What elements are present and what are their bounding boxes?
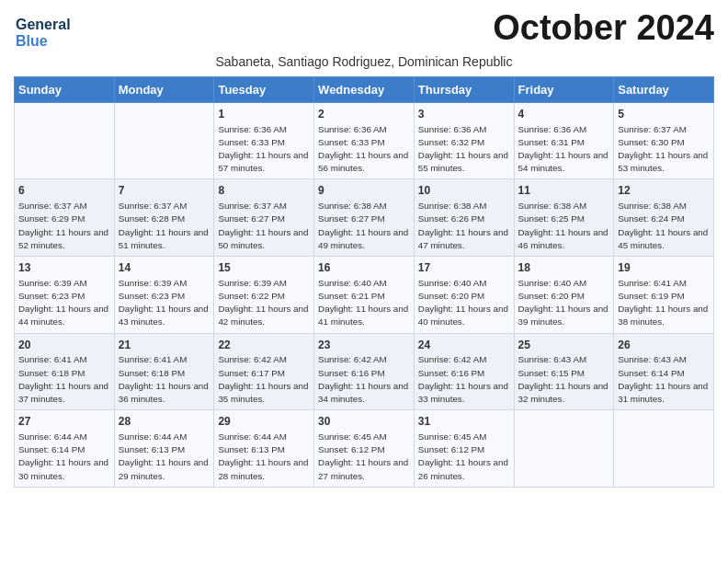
calendar-cell: 4Sunrise: 6:36 AM Sunset: 6:31 PM Daylig… xyxy=(514,102,614,179)
day-number: 9 xyxy=(318,183,410,199)
calendar-cell: 22Sunrise: 6:42 AM Sunset: 6:17 PM Dayli… xyxy=(214,333,314,410)
day-number: 28 xyxy=(119,414,210,430)
day-info: Sunrise: 6:37 AM Sunset: 6:27 PM Dayligh… xyxy=(218,200,310,252)
calendar-cell: 31Sunrise: 6:45 AM Sunset: 6:12 PM Dayli… xyxy=(414,410,514,488)
day-info: Sunrise: 6:41 AM Sunset: 6:19 PM Dayligh… xyxy=(618,277,710,329)
day-info: Sunrise: 6:42 AM Sunset: 6:16 PM Dayligh… xyxy=(418,353,510,406)
calendar-cell: 3Sunrise: 6:36 AM Sunset: 6:32 PM Daylig… xyxy=(414,102,514,179)
day-number: 29 xyxy=(218,414,310,430)
calendar-week-5: 27Sunrise: 6:44 AM Sunset: 6:14 PM Dayli… xyxy=(15,410,714,488)
calendar-cell: 1Sunrise: 6:36 AM Sunset: 6:33 PM Daylig… xyxy=(214,102,314,179)
calendar-cell: 29Sunrise: 6:44 AM Sunset: 6:13 PM Dayli… xyxy=(214,410,314,488)
day-number: 1 xyxy=(218,107,310,122)
day-info: Sunrise: 6:36 AM Sunset: 6:32 PM Dayligh… xyxy=(418,123,510,176)
day-number: 13 xyxy=(18,260,110,276)
title-section: October 2024 xyxy=(493,9,714,48)
day-number: 19 xyxy=(618,260,710,276)
day-info: Sunrise: 6:41 AM Sunset: 6:18 PM Dayligh… xyxy=(119,353,210,406)
day-number: 2 xyxy=(318,107,410,122)
calendar-cell: 20Sunrise: 6:41 AM Sunset: 6:18 PM Dayli… xyxy=(15,333,115,410)
calendar-week-1: 1Sunrise: 6:36 AM Sunset: 6:33 PM Daylig… xyxy=(15,102,714,179)
calendar-cell: 2Sunrise: 6:36 AM Sunset: 6:33 PM Daylig… xyxy=(314,102,415,179)
day-info: Sunrise: 6:37 AM Sunset: 6:28 PM Dayligh… xyxy=(119,200,210,252)
calendar-week-3: 13Sunrise: 6:39 AM Sunset: 6:23 PM Dayli… xyxy=(15,257,714,334)
day-info: Sunrise: 6:37 AM Sunset: 6:30 PM Dayligh… xyxy=(618,123,710,176)
day-number: 12 xyxy=(618,183,710,199)
day-number: 15 xyxy=(218,260,310,276)
day-info: Sunrise: 6:38 AM Sunset: 6:24 PM Dayligh… xyxy=(618,200,710,252)
day-info: Sunrise: 6:45 AM Sunset: 6:12 PM Dayligh… xyxy=(318,431,410,483)
month-title: October 2024 xyxy=(493,9,714,48)
weekday-header-wednesday: Wednesday xyxy=(314,76,415,102)
calendar-body: 1Sunrise: 6:36 AM Sunset: 6:33 PM Daylig… xyxy=(15,102,714,487)
day-number: 17 xyxy=(418,260,510,276)
weekday-header-sunday: Sunday xyxy=(15,76,115,102)
calendar-table: SundayMondayTuesdayWednesdayThursdayFrid… xyxy=(14,76,714,488)
day-number: 10 xyxy=(418,183,510,199)
day-number: 25 xyxy=(518,338,610,353)
day-info: Sunrise: 6:42 AM Sunset: 6:17 PM Dayligh… xyxy=(218,353,310,406)
day-number: 5 xyxy=(618,107,710,122)
day-number: 23 xyxy=(318,338,410,353)
day-info: Sunrise: 6:38 AM Sunset: 6:25 PM Dayligh… xyxy=(518,200,610,252)
day-number: 4 xyxy=(518,107,610,122)
logo: General Blue General Blue xyxy=(14,17,71,51)
day-info: Sunrise: 6:43 AM Sunset: 6:14 PM Dayligh… xyxy=(618,353,710,406)
day-number: 11 xyxy=(518,183,610,199)
weekday-header-friday: Friday xyxy=(514,76,614,102)
calendar-cell: 13Sunrise: 6:39 AM Sunset: 6:23 PM Dayli… xyxy=(15,257,115,334)
header: General Blue General Blue October 2024 xyxy=(14,9,714,51)
day-info: Sunrise: 6:43 AM Sunset: 6:15 PM Dayligh… xyxy=(518,353,610,406)
calendar-cell: 30Sunrise: 6:45 AM Sunset: 6:12 PM Dayli… xyxy=(314,410,415,488)
calendar-cell: 11Sunrise: 6:38 AM Sunset: 6:25 PM Dayli… xyxy=(514,179,614,257)
calendar-cell: 26Sunrise: 6:43 AM Sunset: 6:14 PM Dayli… xyxy=(614,333,714,410)
day-info: Sunrise: 6:37 AM Sunset: 6:29 PM Dayligh… xyxy=(18,200,110,252)
calendar-cell: 21Sunrise: 6:41 AM Sunset: 6:18 PM Dayli… xyxy=(114,333,214,410)
day-info: Sunrise: 6:40 AM Sunset: 6:21 PM Dayligh… xyxy=(318,277,410,329)
weekday-header-saturday: Saturday xyxy=(614,76,714,102)
day-info: Sunrise: 6:45 AM Sunset: 6:12 PM Dayligh… xyxy=(418,431,510,483)
day-info: Sunrise: 6:39 AM Sunset: 6:23 PM Dayligh… xyxy=(18,277,110,329)
logo-general: General xyxy=(16,17,71,33)
day-number: 24 xyxy=(418,338,510,353)
calendar-cell: 23Sunrise: 6:42 AM Sunset: 6:16 PM Dayli… xyxy=(314,333,415,410)
calendar-cell xyxy=(514,410,614,488)
day-number: 18 xyxy=(518,260,610,276)
day-number: 22 xyxy=(218,338,310,353)
day-info: Sunrise: 6:38 AM Sunset: 6:27 PM Dayligh… xyxy=(318,200,410,252)
day-number: 6 xyxy=(18,183,110,199)
calendar-cell: 16Sunrise: 6:40 AM Sunset: 6:21 PM Dayli… xyxy=(314,257,415,334)
day-info: Sunrise: 6:41 AM Sunset: 6:18 PM Dayligh… xyxy=(18,353,110,406)
calendar-cell: 24Sunrise: 6:42 AM Sunset: 6:16 PM Dayli… xyxy=(414,333,514,410)
day-number: 21 xyxy=(119,338,210,353)
calendar-cell xyxy=(15,102,115,179)
day-info: Sunrise: 6:44 AM Sunset: 6:13 PM Dayligh… xyxy=(119,431,210,483)
calendar-cell: 5Sunrise: 6:37 AM Sunset: 6:30 PM Daylig… xyxy=(614,102,714,179)
calendar-week-4: 20Sunrise: 6:41 AM Sunset: 6:18 PM Dayli… xyxy=(15,333,714,410)
calendar-cell: 14Sunrise: 6:39 AM Sunset: 6:23 PM Dayli… xyxy=(114,257,214,334)
calendar-cell: 27Sunrise: 6:44 AM Sunset: 6:14 PM Dayli… xyxy=(15,410,115,488)
day-number: 20 xyxy=(18,338,110,353)
calendar-cell: 10Sunrise: 6:38 AM Sunset: 6:26 PM Dayli… xyxy=(414,179,514,257)
day-info: Sunrise: 6:36 AM Sunset: 6:31 PM Dayligh… xyxy=(518,123,610,176)
calendar-cell: 9Sunrise: 6:38 AM Sunset: 6:27 PM Daylig… xyxy=(314,179,415,257)
day-info: Sunrise: 6:44 AM Sunset: 6:14 PM Dayligh… xyxy=(18,431,110,483)
day-info: Sunrise: 6:44 AM Sunset: 6:13 PM Dayligh… xyxy=(218,431,310,483)
day-info: Sunrise: 6:38 AM Sunset: 6:26 PM Dayligh… xyxy=(418,200,510,252)
day-info: Sunrise: 6:39 AM Sunset: 6:23 PM Dayligh… xyxy=(119,277,210,329)
day-number: 16 xyxy=(318,260,410,276)
calendar-cell: 12Sunrise: 6:38 AM Sunset: 6:24 PM Dayli… xyxy=(614,179,714,257)
weekday-header-tuesday: Tuesday xyxy=(214,76,314,102)
day-info: Sunrise: 6:36 AM Sunset: 6:33 PM Dayligh… xyxy=(318,123,410,176)
day-number: 7 xyxy=(119,183,210,199)
day-number: 8 xyxy=(218,183,310,199)
day-info: Sunrise: 6:42 AM Sunset: 6:16 PM Dayligh… xyxy=(318,353,410,406)
calendar-cell: 15Sunrise: 6:39 AM Sunset: 6:22 PM Dayli… xyxy=(214,257,314,334)
day-number: 14 xyxy=(119,260,210,276)
calendar-cell: 7Sunrise: 6:37 AM Sunset: 6:28 PM Daylig… xyxy=(114,179,214,257)
calendar-cell: 19Sunrise: 6:41 AM Sunset: 6:19 PM Dayli… xyxy=(614,257,714,334)
calendar-week-2: 6Sunrise: 6:37 AM Sunset: 6:29 PM Daylig… xyxy=(15,179,714,257)
day-number: 31 xyxy=(418,414,510,430)
day-number: 26 xyxy=(618,338,710,353)
day-info: Sunrise: 6:39 AM Sunset: 6:22 PM Dayligh… xyxy=(218,277,310,329)
